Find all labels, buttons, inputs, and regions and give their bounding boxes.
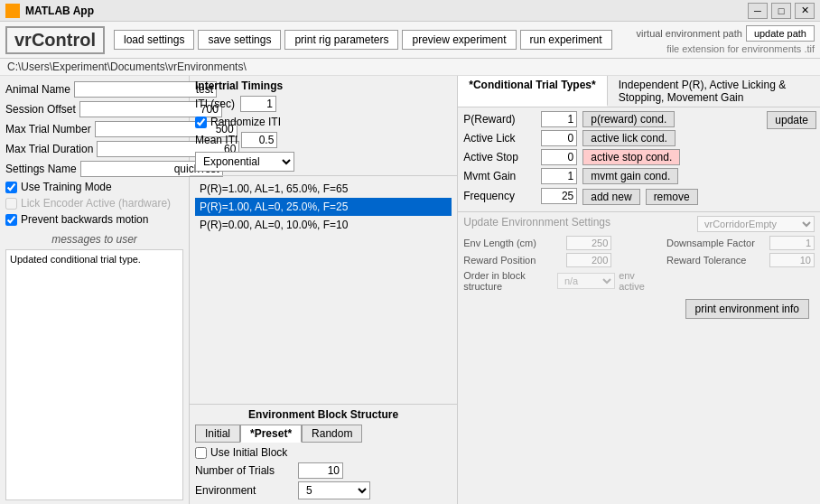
- reward-position-label: Reward Position: [463, 255, 563, 266]
- reward-tolerance-input: [769, 253, 815, 267]
- animal-name-label: Animal Name: [5, 83, 70, 96]
- active-lick-cond-button[interactable]: active lick cond.: [582, 130, 676, 146]
- use-initial-block-row: Use Initial Block: [195, 446, 452, 459]
- reward-val-3[interactable]: [541, 168, 577, 184]
- reward-position-row: Reward Position: [463, 253, 659, 267]
- iti-row: ITI (sec): [195, 96, 452, 112]
- load-settings-button[interactable]: load settings: [114, 30, 194, 50]
- update-env-section: Update Environnment Settings vrCorridorE…: [458, 211, 820, 326]
- distribution-select[interactable]: Exponential: [195, 152, 294, 172]
- venv-path-label: virtual environment path: [636, 28, 741, 39]
- reward-row-1: Active Lick active lick cond.: [463, 130, 754, 146]
- cond-header: *Conditional Trial Types* Independent P(…: [458, 76, 820, 107]
- add-new-button[interactable]: add new: [582, 189, 639, 205]
- reward-table: P(Reward) p(reward) cond. Active Lick ac…: [458, 107, 759, 211]
- minimize-button[interactable]: ─: [748, 3, 768, 19]
- update-button[interactable]: update: [767, 111, 816, 129]
- active-stop-cond-button[interactable]: active stop cond.: [582, 149, 680, 165]
- reward-label-0: P(Reward): [463, 113, 536, 126]
- path-value: C:\Users\Experiment\Documents\vrEnvironm…: [7, 61, 247, 73]
- reward-val-2[interactable]: [541, 149, 577, 165]
- center-panel: Intertrial Timings ITI (sec) Randomize I…: [190, 76, 458, 504]
- cond-header-tab-conditional[interactable]: *Conditional Trial Types*: [458, 76, 607, 107]
- order-row: Order in block structure n/a env active: [463, 270, 659, 292]
- mean-iti-input[interactable]: [241, 132, 277, 148]
- prevent-backwards-checkbox[interactable]: [5, 214, 17, 226]
- messages-label: messages to user: [5, 233, 183, 246]
- print-rig-button[interactable]: print rig parameters: [284, 30, 398, 50]
- save-settings-button[interactable]: save settings: [198, 30, 281, 50]
- tab-initial[interactable]: Initial: [195, 425, 240, 443]
- cond-trial-item-1[interactable]: P(R)=1.00, AL=0, 25.0%, F=25: [195, 198, 452, 216]
- mean-row: Mean ITI: [195, 132, 452, 148]
- iti-input[interactable]: [240, 96, 276, 112]
- env-tabs-row: Initial *Preset* Random: [195, 425, 452, 443]
- env-length-input: [566, 236, 611, 250]
- use-training-mode-row: Use Training Mode: [5, 181, 183, 193]
- cond-header-tab-independent[interactable]: Independent P(R), Active Licking & Stopp…: [608, 76, 820, 107]
- update-path-button[interactable]: update path: [746, 25, 815, 42]
- file-ext-row: file extension for environments .tif: [666, 43, 815, 54]
- tab-random[interactable]: Random: [302, 425, 362, 443]
- reward-val-4[interactable]: [541, 188, 577, 204]
- preview-experiment-button[interactable]: preview experiment: [402, 30, 516, 50]
- randomize-iti-checkbox[interactable]: [195, 117, 207, 128]
- reward-tolerance-row: Reward Tolerance: [666, 253, 815, 267]
- mvmt-gain-cond-button[interactable]: mvmt gain cond.: [582, 168, 678, 184]
- settings-name-row: Settings Name: [5, 161, 183, 177]
- dist-select-row: Exponential: [195, 152, 452, 172]
- use-training-mode-checkbox[interactable]: [5, 182, 17, 193]
- num-trials-input[interactable]: [298, 462, 343, 479]
- max-trial-number-label: Max Trial Number: [5, 123, 91, 135]
- order-select: n/a: [557, 273, 615, 289]
- venv-path-row: virtual environment path update path: [636, 25, 815, 42]
- environment-label: Environment: [195, 484, 294, 497]
- tab-preset[interactable]: *Preset*: [240, 425, 302, 443]
- main-content: Animal Name Session Offset Max Trial Num…: [0, 76, 820, 504]
- close-button[interactable]: ✕: [795, 3, 815, 19]
- environment-select[interactable]: 5: [298, 481, 370, 499]
- reward-val-0[interactable]: [541, 111, 577, 127]
- reward-tolerance-label: Reward Tolerance: [666, 255, 766, 266]
- max-trial-duration-row: Max Trial Duration: [5, 141, 183, 157]
- env-dropdown[interactable]: vrCorridorEmpty: [697, 216, 815, 232]
- lick-encoder-checkbox[interactable]: [5, 198, 17, 210]
- print-env-button[interactable]: print environment info: [685, 299, 809, 319]
- toolbar: vrControl load settings save settings pr…: [0, 22, 820, 59]
- session-offset-label: Session Offset: [5, 103, 76, 116]
- env-block-title: Environment Block Structure: [195, 408, 452, 421]
- add-remove-row: add new remove: [582, 189, 697, 205]
- prevent-backwards-row: Prevent backwards motion: [5, 213, 183, 226]
- use-initial-block-checkbox[interactable]: [195, 447, 207, 459]
- matlab-icon: [5, 4, 20, 18]
- session-offset-row: Session Offset: [5, 101, 183, 117]
- cond-trial-item-0[interactable]: P(R)=1.00, AL=1, 65.0%, F=65: [195, 180, 452, 198]
- title-bar: MATLAB App ─ □ ✕: [0, 0, 820, 22]
- env-block-section: Environment Block Structure Initial *Pre…: [190, 404, 457, 504]
- env-length-label: Env Length (cm): [463, 238, 563, 248]
- reward-position-input: [566, 253, 611, 267]
- reward-row-4: Frequency add new remove: [463, 187, 754, 205]
- reward-row-3: Mvmt Gain mvmt gain cond.: [463, 168, 754, 184]
- remove-button[interactable]: remove: [646, 189, 698, 205]
- run-experiment-button[interactable]: run experiment: [520, 30, 612, 50]
- title-bar-controls: ─ □ ✕: [748, 3, 815, 19]
- cond-trial-item-2[interactable]: P(R)=0.00, AL=0, 10.0%, F=10: [195, 216, 452, 234]
- messages-box: Updated conditional trial type.: [5, 249, 183, 500]
- animal-name-row: Animal Name: [5, 81, 183, 98]
- left-panel: Animal Name Session Offset Max Trial Num…: [0, 76, 190, 504]
- num-trials-row: Number of Trials: [195, 462, 452, 479]
- randomize-iti-label: Randomize ITI: [210, 116, 281, 128]
- update-env-grid: Env Length (cm) Downsample Factor Reward…: [463, 236, 815, 292]
- title-bar-title: MATLAB App: [25, 5, 748, 17]
- use-initial-block-label: Use Initial Block: [210, 446, 287, 459]
- mean-iti-label: Mean ITI: [195, 134, 238, 146]
- p-reward-cond-button[interactable]: p(reward) cond.: [582, 111, 675, 127]
- intertrial-title: Intertrial Timings: [195, 79, 452, 92]
- toolbar-right: virtual environment path update path fil…: [636, 25, 815, 54]
- app-name: vrControl: [5, 26, 105, 54]
- update-env-title: Update Environnment Settings: [463, 216, 610, 229]
- reward-val-1[interactable]: [541, 130, 577, 146]
- reward-row-2: Active Stop active stop cond.: [463, 149, 754, 165]
- maximize-button[interactable]: □: [771, 3, 791, 19]
